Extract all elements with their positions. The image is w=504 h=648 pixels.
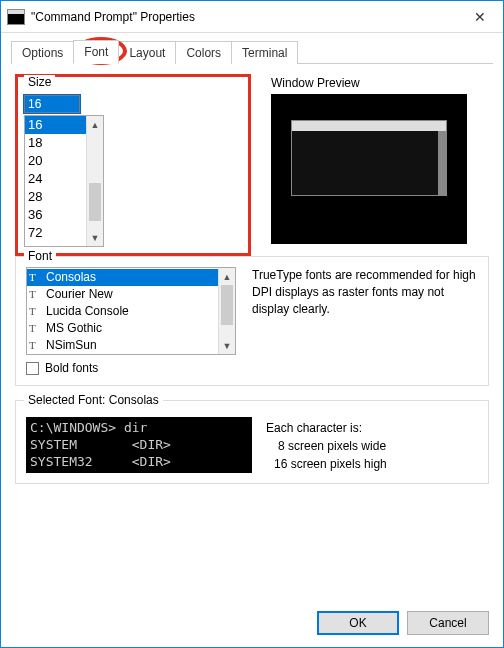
tab-layout[interactable]: Layout bbox=[118, 41, 176, 64]
truetype-icon: T bbox=[29, 337, 43, 354]
tab-content: Size 16 18 20 24 28 36 72 ▲ bbox=[1, 64, 503, 647]
tab-terminal[interactable]: Terminal bbox=[231, 41, 298, 64]
size-label: Size bbox=[24, 75, 55, 89]
size-group: Size 16 18 20 24 28 36 72 ▲ bbox=[15, 74, 251, 256]
font-option[interactable]: TMS Gothic bbox=[27, 320, 218, 337]
scroll-thumb[interactable] bbox=[89, 183, 101, 221]
font-sample: C:\WINDOWS> dir SYSTEM <DIR> SYSTEM32 <D… bbox=[26, 417, 252, 473]
size-items: 16 18 20 24 28 36 72 bbox=[25, 116, 86, 246]
font-group-label: Font bbox=[24, 249, 56, 263]
ok-button[interactable]: OK bbox=[317, 611, 399, 635]
window-preview bbox=[271, 94, 467, 244]
window-preview-label: Window Preview bbox=[271, 76, 489, 90]
size-option[interactable]: 24 bbox=[25, 170, 86, 188]
font-option[interactable]: TCourier New bbox=[27, 286, 218, 303]
sample-description: Each character is: 8 screen pixels wide … bbox=[266, 417, 478, 473]
selected-font-group: Selected Font: Consolas C:\WINDOWS> dir … bbox=[15, 400, 489, 484]
titlebar: "Command Prompt" Properties ✕ bbox=[1, 1, 503, 33]
size-option[interactable]: 28 bbox=[25, 188, 86, 206]
font-listbox[interactable]: TConsolas TCourier New TLucida Console T… bbox=[26, 267, 236, 355]
cmd-icon bbox=[7, 9, 25, 25]
close-button[interactable]: ✕ bbox=[457, 1, 503, 33]
size-listbox[interactable]: 16 18 20 24 28 36 72 ▲ ▼ bbox=[24, 115, 104, 247]
tab-strip: Options Font Layout Colors Terminal bbox=[11, 39, 493, 64]
preview-column: Window Preview bbox=[271, 74, 489, 256]
truetype-icon: T bbox=[29, 269, 43, 286]
size-option[interactable]: 20 bbox=[25, 152, 86, 170]
truetype-icon: T bbox=[29, 320, 43, 337]
bold-fonts-checkbox[interactable] bbox=[26, 362, 39, 375]
preview-console-icon bbox=[291, 120, 447, 196]
char-height: 16 screen pixels high bbox=[266, 455, 478, 473]
size-input[interactable] bbox=[24, 95, 80, 113]
size-option[interactable]: 18 bbox=[25, 134, 86, 152]
properties-window: "Command Prompt" Properties ✕ Options Fo… bbox=[0, 0, 504, 648]
size-option[interactable]: 36 bbox=[25, 206, 86, 224]
scroll-down-icon[interactable]: ▼ bbox=[219, 337, 235, 354]
tab-font[interactable]: Font bbox=[73, 40, 119, 64]
scroll-track[interactable] bbox=[87, 133, 103, 229]
truetype-icon: T bbox=[29, 286, 43, 303]
bold-fonts-label: Bold fonts bbox=[45, 361, 98, 375]
scroll-track[interactable] bbox=[219, 285, 235, 337]
selected-font-label: Selected Font: Consolas bbox=[24, 393, 163, 407]
tab-colors[interactable]: Colors bbox=[175, 41, 232, 64]
scroll-down-icon[interactable]: ▼ bbox=[87, 229, 103, 246]
size-scrollbar[interactable]: ▲ ▼ bbox=[86, 116, 103, 246]
font-group: Font TConsolas TCourier New TLucida Cons… bbox=[15, 256, 489, 386]
size-option[interactable]: 72 bbox=[25, 224, 86, 242]
dialog-buttons: OK Cancel bbox=[317, 611, 489, 635]
font-scrollbar[interactable]: ▲ ▼ bbox=[218, 268, 235, 354]
cancel-button[interactable]: Cancel bbox=[407, 611, 489, 635]
size-option[interactable]: 16 bbox=[25, 116, 86, 134]
scroll-up-icon[interactable]: ▲ bbox=[87, 116, 103, 133]
truetype-icon: T bbox=[29, 303, 43, 320]
font-option[interactable]: TLucida Console bbox=[27, 303, 218, 320]
char-width: 8 screen pixels wide bbox=[266, 437, 478, 455]
font-description: TrueType fonts are recommended for high … bbox=[252, 267, 478, 355]
font-option[interactable]: TConsolas bbox=[27, 269, 218, 286]
window-title: "Command Prompt" Properties bbox=[31, 10, 457, 24]
font-option[interactable]: TNSimSun bbox=[27, 337, 218, 354]
scroll-up-icon[interactable]: ▲ bbox=[219, 268, 235, 285]
scroll-thumb[interactable] bbox=[221, 285, 233, 325]
bold-fonts-row[interactable]: Bold fonts bbox=[26, 361, 478, 375]
tab-options[interactable]: Options bbox=[11, 41, 74, 64]
font-items: TConsolas TCourier New TLucida Console T… bbox=[27, 268, 218, 354]
